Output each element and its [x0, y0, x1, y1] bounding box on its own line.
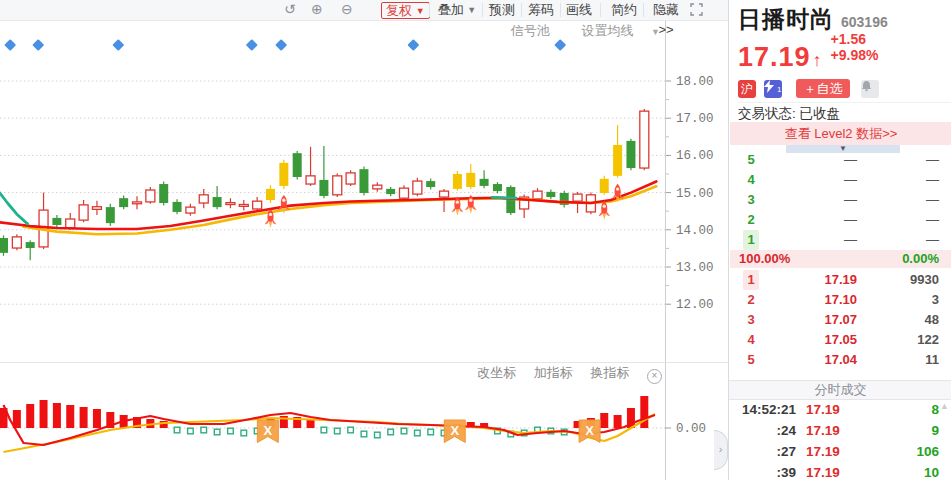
y-axis-label: 12.00 [676, 298, 714, 312]
indicator-bar [26, 404, 34, 428]
y-axis-label: 14.00 [676, 224, 714, 238]
switch-indicator-link[interactable]: 换指标 [590, 365, 629, 380]
simple-mode-button[interactable]: 简约 [610, 0, 638, 20]
draw-line-button[interactable]: 画线 [565, 0, 593, 20]
candle-body-up [346, 173, 355, 184]
candle-body-signal [600, 179, 609, 193]
stock-name: 日播时尚 [738, 6, 834, 32]
buy-sell-ratio-row: 100.00% 0.00% [730, 250, 951, 268]
ma-settings-link[interactable]: 设置均线 ▼ [567, 23, 660, 38]
indicator-square [201, 427, 207, 433]
indicator-square [321, 427, 327, 433]
candle-body-up [413, 181, 422, 194]
candle-body-signal [453, 174, 462, 189]
tick-trades-header: 分时成交 [729, 380, 951, 400]
hide-button[interactable]: 隐藏>> [647, 0, 685, 20]
chart-region[interactable]: 18.0017.0016.0015.0014.0013.0012.000.00X… [0, 0, 728, 480]
signal-pool-link[interactable]: 信号池 [511, 23, 550, 38]
fuquan-button[interactable]: 复权 ▼ [381, 2, 430, 19]
add-indicator-link[interactable]: 加指标 [534, 365, 573, 380]
candle-body-signal [266, 189, 275, 200]
stock-chart-canvas[interactable]: 18.0017.0016.0015.0014.0013.0012.000.00X… [0, 0, 728, 480]
candle-body-down [626, 141, 635, 168]
candle-body-up [226, 203, 235, 205]
stock-code: 603196 [841, 14, 888, 30]
tick-trades-list[interactable]: 14:52:2117.198 :2417.199 :2717.19106 :39… [729, 399, 951, 480]
market-hu-badge: 沪 [738, 80, 756, 98]
level2-banner[interactable]: 查看 Level2 数据>> [730, 122, 951, 145]
buy-row-2[interactable]: 217.103 [729, 290, 951, 310]
candle-body-up [533, 191, 542, 199]
indicator-bar [640, 396, 648, 428]
indicator-square [241, 430, 247, 436]
candle-body-up [12, 237, 21, 248]
svg-text:X: X [263, 423, 272, 438]
indicator-square [348, 427, 354, 433]
candle-body-down [293, 153, 302, 177]
change-axis-link[interactable]: 改坐标 [477, 365, 516, 380]
indicator-square [361, 431, 367, 437]
candlesticks [0, 109, 649, 260]
indicator-bar [40, 400, 48, 428]
buy-ratio: 100.00% [739, 251, 790, 266]
candle-body-down [493, 184, 502, 191]
candle-body-up [573, 194, 582, 201]
candle-body-up [306, 176, 315, 184]
overlay-button[interactable]: 叠加 ▼ [436, 0, 478, 20]
svg-text:X: X [585, 423, 594, 438]
lightning-diagnose-icon[interactable]: 1 [764, 80, 782, 98]
price-change-pct: +9.98% [831, 47, 879, 63]
buy-row-4[interactable]: 417.05122 [729, 330, 951, 350]
candle-body-down [0, 238, 8, 253]
sell-row-4[interactable]: 4—— [729, 170, 951, 190]
candle-body-down [546, 192, 555, 197]
toolbar-separator [560, 3, 561, 17]
zoom-in-icon[interactable]: ⊕ [311, 0, 323, 20]
tick-trade-row: :2717.19106 [729, 441, 951, 462]
candle-body-up [440, 191, 449, 197]
sell-row-3[interactable]: 3—— [729, 190, 951, 210]
candle-body-down [359, 169, 368, 193]
candle-body-up [400, 188, 409, 198]
candle-body-down [480, 179, 489, 186]
zoom-out-icon[interactable]: ⊖ [341, 0, 353, 20]
candle-body-up [333, 176, 342, 195]
sub-chart-tools: 改坐标 加指标 换指标 × [400, 364, 662, 384]
price-row: 17.19↑+1.56+9.98% [738, 31, 878, 73]
candle-body-up [199, 195, 208, 203]
indicator-square [214, 429, 220, 435]
candle-body-up [239, 205, 248, 207]
undo-icon[interactable]: ↺ [284, 0, 296, 20]
candle-body-down [52, 218, 61, 225]
indicator-square [174, 427, 180, 433]
add-watchlist-button[interactable]: ＋自选 [796, 79, 850, 98]
candle-body-up [66, 219, 75, 228]
indicator-square [228, 428, 234, 434]
sell-row-1[interactable]: 1—— [729, 230, 951, 250]
alert-bell-icon[interactable] [861, 80, 879, 98]
close-indicator-icon[interactable]: × [647, 369, 662, 384]
indicator-square [188, 428, 194, 434]
forecast-button[interactable]: 预测 [488, 0, 516, 20]
caret-down-icon: ▼ [416, 6, 425, 16]
candle-body-down [173, 202, 182, 212]
candle-body-up [186, 207, 195, 213]
sell-row-5[interactable]: 5—— [729, 150, 951, 170]
y-axis-label: 17.00 [676, 112, 714, 126]
candle-body-down [159, 184, 168, 203]
toolbar-separator [643, 3, 644, 17]
x-badge-icon: X [579, 420, 600, 443]
ma-line-teal [0, 193, 28, 224]
candle-body-up [133, 202, 142, 204]
expand-icon[interactable] [690, 3, 703, 23]
buy-queue: 117.199930 217.103 317.0748 417.05122 51… [729, 270, 951, 370]
candle-body-down [106, 207, 115, 223]
buy-row-3[interactable]: 317.0748 [729, 310, 951, 330]
sell-row-2[interactable]: 2—— [729, 210, 951, 230]
lightning-sub-number: 1 [777, 81, 781, 99]
candle-body-down [26, 242, 35, 248]
scroll-up-icon[interactable]: ▲ [940, 401, 949, 411]
buy-row-5[interactable]: 517.0411 [729, 350, 951, 370]
buy-row-1[interactable]: 117.199930 [729, 270, 951, 290]
chips-button[interactable]: 筹码 [527, 0, 555, 20]
